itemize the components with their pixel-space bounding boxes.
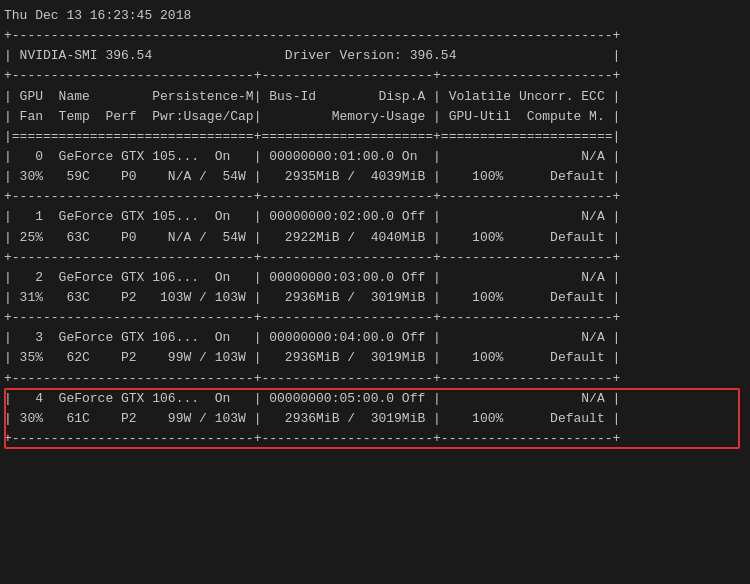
gpu2-row2: | 31% 63C P2 103W / 103W | 2936MiB / 301… bbox=[4, 288, 746, 308]
col-sep-top: +-------------------------------+-------… bbox=[4, 66, 746, 86]
gpu1-row2: | 25% 63C P0 N/A / 54W | 2922MiB / 4040M… bbox=[4, 228, 746, 248]
timestamp-line: Thu Dec 13 16:23:45 2018 bbox=[4, 6, 746, 26]
gpu0-row1: | 0 GeForce GTX 105... On | 00000000:01:… bbox=[4, 147, 746, 167]
nvidia-smi-line: | NVIDIA-SMI 396.54 Driver Version: 396.… bbox=[4, 46, 746, 66]
gpu0-row2: | 30% 59C P0 N/A / 54W | 2935MiB / 4039M… bbox=[4, 167, 746, 187]
gpu4-row2: | 30% 61C P2 99W / 103W | 2936MiB / 3019… bbox=[4, 409, 746, 429]
col-header-sep: |===============================+=======… bbox=[4, 127, 746, 147]
gpu2-row1: | 2 GeForce GTX 106... On | 00000000:03:… bbox=[4, 268, 746, 288]
gpu2-sep: +-------------------------------+-------… bbox=[4, 308, 746, 328]
col-header2: | Fan Temp Perf Pwr:Usage/Cap| Memory-Us… bbox=[4, 107, 746, 127]
gpu3-row1: | 3 GeForce GTX 106... On | 00000000:04:… bbox=[4, 328, 746, 348]
gpu0-sep: +-------------------------------+-------… bbox=[4, 187, 746, 207]
gpu3-row2: | 35% 62C P2 99W / 103W | 2936MiB / 3019… bbox=[4, 348, 746, 368]
gpu3-sep: +-------------------------------+-------… bbox=[4, 369, 746, 389]
gpu1-row1: | 1 GeForce GTX 105... On | 00000000:02:… bbox=[4, 207, 746, 227]
gpu4-sep: +-------------------------------+-------… bbox=[4, 429, 746, 449]
terminal: Thu Dec 13 16:23:45 2018 +--------------… bbox=[0, 0, 750, 584]
gpu4-row1: | 4 GeForce GTX 106... On | 00000000:05:… bbox=[4, 389, 746, 409]
gpu1-sep: +-------------------------------+-------… bbox=[4, 248, 746, 268]
top-sep: +---------------------------------------… bbox=[4, 26, 746, 46]
col-header1: | GPU Name Persistence-M| Bus-Id Disp.A … bbox=[4, 87, 746, 107]
